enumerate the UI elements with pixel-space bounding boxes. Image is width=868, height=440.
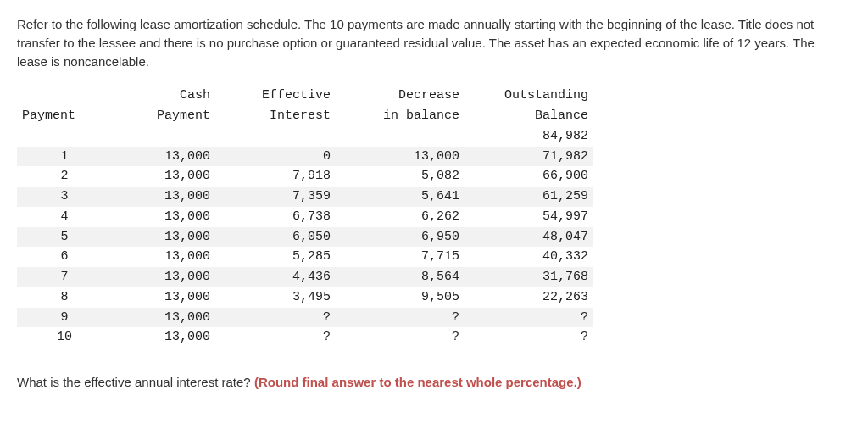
cell-n: 1 — [17, 147, 112, 167]
question-hint: (Round final answer to the nearest whole… — [254, 375, 581, 389]
cell-dec: 5,082 — [336, 166, 465, 187]
cell-dec: 7,715 — [336, 247, 465, 267]
cell-bal: 66,900 — [465, 166, 593, 187]
col-bal-top: Outstanding — [465, 86, 593, 106]
header-row-top: Cash Effective Decrease Outstanding — [17, 86, 593, 106]
cell-bal: 22,263 — [465, 287, 593, 308]
cell-bal: 40,332 — [465, 247, 593, 267]
cell-dec: 5,641 — [336, 187, 465, 207]
table-row: 5 13,000 6,050 6,950 48,047 — [17, 227, 593, 248]
cell-bal: ? — [465, 308, 593, 328]
cell-bal: 31,768 — [465, 267, 593, 287]
cell-dec: 9,505 — [336, 287, 465, 308]
cell-bal: ? — [465, 327, 593, 348]
table-row: 8 13,000 3,495 9,505 22,263 — [17, 287, 593, 308]
cell-bal: 54,997 — [465, 207, 593, 227]
cell-n: 9 — [17, 308, 112, 328]
cell-int: 6,050 — [215, 227, 336, 248]
col-int-bot: Interest — [215, 106, 336, 126]
cell-cash: 13,000 — [112, 187, 215, 207]
cell-dec: 6,262 — [336, 207, 465, 227]
col-cash-bot: Payment — [112, 106, 215, 126]
cell-n: 10 — [17, 327, 112, 348]
cell-n: 8 — [17, 287, 112, 308]
cell-bal: 48,047 — [465, 227, 593, 248]
cell-n: 4 — [17, 207, 112, 227]
table-row: 9 13,000 ? ? ? — [17, 308, 593, 328]
cell-cash: 13,000 — [112, 166, 215, 187]
cell-dec: ? — [336, 308, 465, 328]
initial-row: 84,982 — [17, 126, 593, 147]
table-row: 4 13,000 6,738 6,262 54,997 — [17, 207, 593, 227]
cell-int: ? — [215, 308, 336, 328]
table-row: 10 13,000 ? ? ? — [17, 327, 593, 348]
col-dec-top: Decrease — [336, 86, 465, 106]
cell-int: ? — [215, 327, 336, 348]
question-text: What is the effective annual interest ra… — [17, 375, 251, 389]
cell-cash: 13,000 — [112, 287, 215, 308]
header-row-bot: Payment Payment Interest in balance Bala… — [17, 106, 593, 126]
cell-n: 6 — [17, 247, 112, 267]
cell-int: 3,495 — [215, 287, 336, 308]
cell-cash: 13,000 — [112, 308, 215, 328]
cell-dec: 13,000 — [336, 147, 465, 167]
table-row: 2 13,000 7,918 5,082 66,900 — [17, 166, 593, 187]
cell-cash: 13,000 — [112, 327, 215, 348]
table-row: 1 13,000 0 13,000 71,982 — [17, 147, 593, 167]
question-line: What is the effective annual interest ra… — [17, 373, 851, 392]
cell-cash: 13,000 — [112, 207, 215, 227]
cell-bal: 71,982 — [465, 147, 593, 167]
table-row: 6 13,000 5,285 7,715 40,332 — [17, 247, 593, 267]
table-row: 3 13,000 7,359 5,641 61,259 — [17, 187, 593, 207]
cell-dec: 6,950 — [336, 227, 465, 248]
cell-n: 5 — [17, 227, 112, 248]
cell-dec: ? — [336, 327, 465, 348]
cell-int: 0 — [215, 147, 336, 167]
col-cash-top: Cash — [112, 86, 215, 106]
table-row: 7 13,000 4,436 8,564 31,768 — [17, 267, 593, 287]
col-bal-bot: Balance — [465, 106, 593, 126]
cell-bal: 61,259 — [465, 187, 593, 207]
col-int-top: Effective — [215, 86, 336, 106]
cell-cash: 13,000 — [112, 247, 215, 267]
cell-cash: 13,000 — [112, 147, 215, 167]
cell-int: 5,285 — [215, 247, 336, 267]
cell-cash: 13,000 — [112, 267, 215, 287]
intro-text: Refer to the following lease amortizatio… — [17, 15, 848, 70]
cell-n: 7 — [17, 267, 112, 287]
amortization-table: Cash Effective Decrease Outstanding Paym… — [17, 86, 593, 348]
cell-n: 2 — [17, 166, 112, 187]
cell-int: 7,918 — [215, 166, 336, 187]
col-payment: Payment — [17, 106, 112, 126]
cell-int: 6,738 — [215, 207, 336, 227]
cell-int: 7,359 — [215, 187, 336, 207]
col-dec-bot: in balance — [336, 106, 465, 126]
cell-dec: 8,564 — [336, 267, 465, 287]
cell-int: 4,436 — [215, 267, 336, 287]
cell-cash: 13,000 — [112, 227, 215, 248]
initial-balance: 84,982 — [465, 126, 593, 147]
cell-n: 3 — [17, 187, 112, 207]
